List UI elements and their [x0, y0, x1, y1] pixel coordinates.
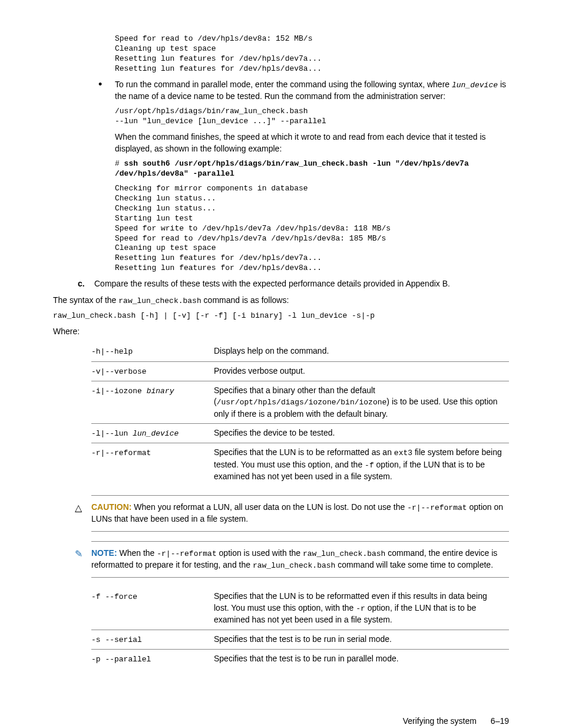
note-icon: ✎	[75, 548, 82, 561]
syntax-intro: The syntax of the raw_lun_check.bash com…	[53, 295, 509, 307]
option-row: -v|--verbose Provides verbose output.	[91, 361, 509, 381]
parallel-after: When the command finishes, the speed at …	[115, 131, 509, 154]
step-c-text: Compare the results of these tests with …	[94, 279, 450, 288]
bullet-intro-code: lun_device	[452, 81, 498, 90]
option-row: -p --parallel Specifies that the test is…	[91, 650, 509, 669]
step-c-label: c.	[78, 278, 85, 290]
page-number: 6–19	[491, 716, 509, 726]
footer-text: Verifying the system	[403, 716, 477, 726]
note-title: NOTE:	[91, 548, 117, 558]
bullet-intro-1: To run the command in parallel mode, ent…	[115, 80, 452, 89]
caution-box: △ CAUTION: When you reformat a LUN, all …	[91, 495, 509, 532]
parallel-output: Checking for mirror components in databa…	[115, 184, 509, 274]
caution-title: CAUTION:	[91, 502, 131, 512]
parallel-cmd: /usr/opt/hpls/diags/bin/raw_lun_check.ba…	[115, 107, 509, 127]
step-c: c. Compare the results of these tests wi…	[94, 278, 509, 290]
options-table-2: -f --force Specifies that the LUN is to …	[91, 587, 509, 668]
preamble-output: Speed for read to /dev/hpls/dev8a: 152 M…	[115, 34, 509, 74]
caution-icon: △	[75, 502, 82, 515]
parallel-example: # ssh south6 /usr/opt/hpls/diags/bin/raw…	[115, 159, 509, 179]
option-row: -r|--reformat Specifies that the LUN is …	[91, 443, 509, 486]
page-footer: Verifying the system 6–19	[53, 716, 509, 727]
option-row: -f --force Specifies that the LUN is to …	[91, 587, 509, 630]
options-table-1: -h|--help Displays help on the command. …	[91, 342, 509, 486]
option-row: -l|--lun lun_device Specifies the device…	[91, 424, 509, 443]
note-box: ✎ NOTE: When the -r|--reformat option is…	[91, 541, 509, 578]
option-row: -h|--help Displays help on the command.	[91, 342, 509, 361]
option-row: -i|--iozone binary Specifies that a bina…	[91, 381, 509, 423]
syntax-line: raw_lun_check.bash [-h] | [-v] [-r -f] […	[53, 311, 509, 321]
bullet-parallel: To run the command in parallel mode, ent…	[115, 79, 509, 103]
where-label: Where:	[53, 326, 509, 338]
option-row: -s --serial Specifies that the test is t…	[91, 630, 509, 649]
